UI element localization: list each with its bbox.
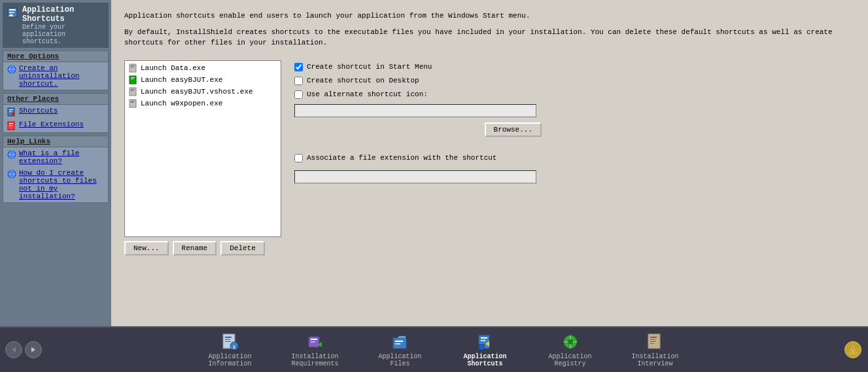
more-options-title: More Options (3, 51, 108, 62)
sidebar-header-text: Application Shortcuts Define your applic… (22, 5, 105, 45)
associate-extension-row: Associate a file extension with the shor… (294, 154, 542, 162)
svg-rect-21 (131, 65, 135, 66)
svg-marker-32 (12, 347, 16, 352)
extension-path-input[interactable] (294, 170, 536, 183)
sidebar-item-uninstall[interactable]: Create an uninstallation shortcut. (3, 62, 108, 90)
associate-extension-checkbox[interactable] (294, 154, 303, 162)
create-desktop-label: Create shortcut on Desktop (307, 77, 419, 84)
taskbar-item-app-registry[interactable]: ApplicationRegistry (528, 330, 613, 370)
svg-point-54 (568, 339, 573, 344)
taskbar-items: i ApplicationInformation InstallationReq… (42, 330, 843, 370)
other-places-section: Other Places Shortcuts (3, 93, 109, 133)
sidebar-item-how-create-shortcuts[interactable]: How do I create shortcuts to files not i… (3, 167, 108, 202)
shortcuts-header-icon (7, 7, 20, 20)
inst-req-icon (306, 333, 324, 351)
shortcut-item-vshost[interactable]: Launch easyBJUT.vshost.exe (126, 86, 279, 98)
taskbar-left (5, 341, 42, 358)
icon-path-input[interactable] (294, 104, 536, 117)
svg-rect-37 (225, 341, 231, 342)
shortcuts-list[interactable]: Launch Data.exe Launch easyBJUT.exe (124, 60, 281, 237)
page-icon-vshost (129, 87, 138, 96)
shortcut-label-data: Launch Data.exe (141, 64, 205, 72)
create-desktop-checkbox[interactable] (294, 77, 303, 85)
help-globe-icon-1 (7, 150, 16, 159)
app-registry-label: ApplicationRegistry (548, 353, 591, 367)
svg-rect-63 (650, 343, 654, 344)
svg-rect-9 (9, 111, 12, 112)
svg-rect-52 (479, 344, 484, 350)
main-area: Application Shortcuts Define your applic… (0, 0, 868, 326)
svg-rect-20 (130, 64, 136, 72)
options-panel: Create shortcut in Start Menu Create sho… (294, 60, 542, 316)
sidebar-item-what-is-extension[interactable]: What is a file extension? (3, 147, 108, 167)
shortcuts-label: Shortcuts (19, 107, 58, 115)
use-alternate-icon-row: Use alternate shortcut icon: (294, 90, 542, 99)
extension-path-row (294, 168, 542, 183)
help-globe-icon-2 (7, 170, 16, 179)
app-shortcuts-label: ApplicationShortcuts (463, 353, 506, 367)
shortcut-item-data[interactable]: Launch Data.exe (126, 62, 279, 74)
forward-button[interactable] (25, 341, 42, 358)
svg-rect-12 (9, 123, 13, 124)
sidebar-header: Application Shortcuts Define your applic… (3, 3, 109, 48)
more-options-section: More Options Create an uninstallation sh… (3, 50, 109, 90)
svg-rect-46 (395, 341, 403, 342)
svg-rect-42 (311, 341, 315, 343)
taskbar-item-app-shortcuts[interactable]: ApplicationShortcuts (443, 330, 528, 370)
use-alternate-icon-label: Use alternate shortcut icon: (307, 90, 428, 98)
desc-2: By default, InstallShield creates shortc… (124, 27, 855, 48)
taskbar-item-inst-req[interactable]: InstallationRequirements (273, 330, 358, 370)
shortcuts-icon (7, 107, 16, 117)
use-alternate-icon-checkbox[interactable] (294, 90, 303, 99)
sidebar-item-file-extensions[interactable]: File Extensions (3, 119, 108, 132)
description-block: Application shortcuts enable end users t… (124, 10, 855, 54)
svg-rect-13 (9, 125, 12, 126)
svg-rect-49 (481, 337, 487, 339)
svg-rect-26 (130, 88, 136, 96)
shortcut-label-vshost: Launch easyBJUT.vshost.exe (141, 88, 253, 96)
taskbar-item-inst-interview[interactable]: InstallationInterview (613, 330, 698, 370)
desc-1: Application shortcuts enable end users t… (124, 10, 855, 22)
create-start-menu-row: Create shortcut in Start Menu (294, 63, 542, 71)
shortcut-item-easybjut[interactable]: Launch easyBJUT.exe (126, 74, 279, 86)
svg-rect-25 (131, 79, 133, 79)
browse-row: Browse... (294, 122, 542, 137)
sidebar-title: Application Shortcuts (22, 5, 105, 24)
create-start-menu-checkbox[interactable] (294, 63, 303, 71)
svg-rect-41 (311, 339, 317, 340)
svg-rect-50 (481, 340, 485, 341)
taskbar-item-app-info[interactable]: i ApplicationInformation (188, 330, 273, 370)
taskbar: i ApplicationInformation InstallationReq… (0, 326, 868, 372)
svg-rect-35 (225, 337, 232, 338)
help-links-title: Help Links (3, 136, 108, 147)
other-places-title: Other Places (3, 94, 108, 105)
app-files-icon (391, 333, 409, 351)
svg-rect-61 (650, 339, 655, 340)
icon-path-row (294, 104, 542, 117)
inst-req-label: InstallationRequirements (291, 353, 338, 367)
sidebar: Application Shortcuts Define your applic… (0, 0, 111, 326)
shortcut-label-easybjut: Launch easyBJUT.exe (141, 76, 222, 84)
svg-rect-24 (131, 77, 135, 78)
page-icon-w9xpopen (129, 99, 138, 108)
svg-rect-23 (130, 76, 136, 84)
help-links-section: Help Links What is a file extension? (3, 136, 109, 203)
new-button[interactable]: New... (124, 241, 169, 255)
app-registry-icon (561, 333, 580, 351)
rename-button[interactable]: Rename (173, 241, 217, 255)
svg-rect-22 (131, 67, 133, 67)
taskbar-item-app-files[interactable]: ApplicationFiles (358, 330, 443, 370)
sidebar-item-shortcuts[interactable]: Shortcuts (3, 105, 108, 119)
app-shortcuts-icon (476, 333, 495, 351)
svg-rect-62 (650, 341, 656, 342)
help-extension-label: What is a file extension? (19, 149, 104, 165)
shortcuts-panel: Launch Data.exe Launch easyBJUT.exe (124, 60, 281, 316)
globe-icon (7, 65, 16, 74)
delete-button[interactable]: Delete (220, 241, 265, 255)
page-icon-easybjut (129, 75, 138, 84)
help-button[interactable]: ! (844, 341, 861, 358)
browse-button[interactable]: Browse... (485, 122, 542, 137)
svg-rect-2 (9, 12, 14, 13)
shortcut-item-w9xpopen[interactable]: Launch w9xpopen.exe (126, 98, 279, 109)
back-button[interactable] (5, 341, 22, 358)
